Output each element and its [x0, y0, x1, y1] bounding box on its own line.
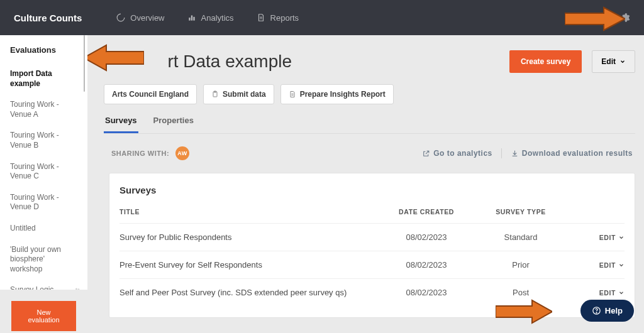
shared-icon: [74, 287, 81, 290]
download-icon: [511, 150, 519, 158]
surveys-card: Surveys TITLE DATE CREATED SURVEY TYPE S…: [109, 173, 635, 318]
gear-icon: [620, 13, 630, 23]
svg-rect-1: [191, 16, 192, 21]
sidebar-item-venue-c[interactable]: Touring Work - Venue C: [0, 156, 87, 187]
sidebar-item-venue-d[interactable]: Touring Work - Venue D: [0, 187, 87, 218]
table-row[interactable]: Survey for Public Respondents 08/02/2023…: [119, 223, 625, 251]
help-button[interactable]: Help: [580, 300, 634, 322]
edit-row-link[interactable]: EDIT: [568, 289, 625, 297]
clipboard-icon: [211, 90, 219, 98]
edit-row-link[interactable]: EDIT: [568, 234, 625, 241]
sidebar: Evaluations Import Data example Touring …: [0, 35, 87, 333]
pill-submit-data[interactable]: Submit data: [203, 84, 274, 104]
spinner-icon: [116, 13, 125, 22]
sharing-label: SHARING WITH:: [111, 150, 169, 157]
table-row[interactable]: Self and Peer Post Survey (inc. SDS exte…: [119, 278, 625, 306]
nav-analytics[interactable]: Analytics: [187, 13, 234, 23]
help-icon: [592, 306, 601, 315]
document-icon: [257, 13, 265, 22]
document-icon: [289, 90, 296, 98]
svg-point-4: [78, 289, 80, 290]
svg-point-3: [75, 288, 77, 290]
edit-row-link[interactable]: EDIT: [568, 261, 625, 269]
chevron-down-icon: [618, 290, 625, 296]
sidebar-scrollbar[interactable]: [84, 35, 85, 92]
svg-rect-2: [193, 17, 194, 21]
tab-properties[interactable]: Properties: [152, 116, 195, 133]
content-area: XXXXXrt Data example Create survey Edit …: [87, 35, 644, 333]
go-to-analytics-link[interactable]: Go to analytics: [422, 149, 492, 158]
svg-point-7: [596, 312, 597, 313]
sidebar-heading: Evaluations: [0, 35, 87, 63]
pill-arts-council[interactable]: Arts Council England: [104, 84, 197, 104]
sharing-bar: SHARING WITH: AW Go to analytics Downloa…: [109, 134, 635, 173]
edit-evaluation-button[interactable]: Edit: [592, 50, 635, 73]
pill-prepare-report[interactable]: Prepare Insights Report: [280, 84, 394, 104]
tab-surveys[interactable]: Surveys: [104, 116, 138, 133]
chevron-down-icon: [618, 262, 625, 268]
avatar[interactable]: AW: [175, 146, 189, 160]
sidebar-item-venue-a[interactable]: Touring Work - Venue A: [0, 94, 87, 125]
nav-overview[interactable]: Overview: [116, 13, 164, 23]
create-survey-button[interactable]: Create survey: [509, 50, 582, 73]
chevron-down-icon: [618, 234, 625, 241]
download-results-link[interactable]: Download evaluation results: [511, 149, 633, 158]
new-evaluation-button[interactable]: New evaluation: [11, 301, 76, 331]
nav-reports[interactable]: Reports: [257, 13, 299, 23]
top-navbar: Culture Counts Overview Analytics Report…: [0, 0, 644, 35]
sidebar-item-survey-logic[interactable]: Survey Logic Example: [0, 280, 87, 290]
bar-chart-icon: [187, 13, 196, 22]
svg-rect-0: [189, 18, 190, 21]
sidebar-item-venue-b[interactable]: Touring Work - Venue B: [0, 125, 87, 156]
sidebar-item-import-data[interactable]: Import Data example: [0, 63, 87, 94]
tab-bar: Surveys Properties: [104, 116, 635, 134]
settings-button[interactable]: [620, 13, 630, 23]
chevron-down-icon: [619, 58, 626, 65]
surveys-heading: Surveys: [119, 185, 625, 195]
sidebar-item-untitled[interactable]: Untitled: [0, 218, 87, 239]
external-link-icon: [422, 150, 430, 158]
table-row[interactable]: Pre-Event Survey for Self Respondents 08…: [119, 251, 625, 278]
surveys-table-header: TITLE DATE CREATED SURVEY TYPE: [119, 204, 625, 223]
brand-logo: Culture Counts: [14, 13, 82, 23]
sidebar-item-biosphere[interactable]: 'Build your own biosphere' workshop: [0, 239, 87, 280]
page-title: XXXXXrt Data example: [109, 52, 499, 72]
